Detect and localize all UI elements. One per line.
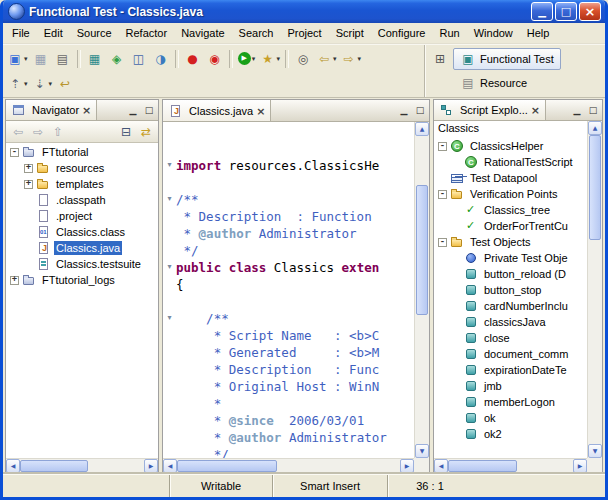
last-edit-location-button[interactable]: ↩ — [54, 73, 76, 95]
code-editor[interactable]: ▾import resources.ClassicsHe▾/** * Descr… — [163, 122, 414, 458]
code-line[interactable]: ▾import resources.ClassicsHe — [163, 157, 414, 174]
scroll-left-arrow-icon[interactable] — [434, 459, 448, 473]
scroll-up-arrow-icon[interactable] — [415, 122, 429, 136]
scrollbar-track[interactable] — [588, 135, 602, 444]
title-bar[interactable]: Functional Test - Classics.java — [3, 0, 605, 23]
close-window-icon[interactable] — [579, 2, 601, 21]
menu-search[interactable]: Search — [232, 25, 281, 41]
back-button[interactable]: ⇦ — [8, 122, 28, 141]
minimize-view-icon[interactable] — [126, 104, 140, 116]
print-button[interactable]: ▤ — [52, 48, 74, 70]
search-button[interactable]: ◎ — [292, 48, 314, 70]
previous-annotation-button[interactable]: ⇡▾ — [5, 73, 30, 95]
up-button[interactable]: ⇧ — [48, 122, 68, 141]
navigator-item-fttutorial[interactable]: -FTtutorial — [6, 144, 158, 160]
script-explorer-item-orderfortrentcu[interactable]: OrderForTrentCu — [434, 218, 587, 234]
expander-minus-icon[interactable]: - — [10, 148, 19, 157]
resource-perspective-button[interactable]: ▤Resource — [453, 72, 534, 94]
maximize-window-icon[interactable] — [555, 2, 577, 21]
script-explorer-item-classics-tree[interactable]: Classics_tree — [434, 202, 587, 218]
script-explorer-item-test-datapool[interactable]: Test Datapool — [434, 170, 587, 186]
expander-minus-icon[interactable]: - — [438, 190, 447, 199]
navigator-tab[interactable]: Navigator — [6, 100, 97, 120]
scrollbar-thumb[interactable] — [448, 460, 517, 472]
editor-tab-classics-java[interactable]: Classics.java — [163, 100, 271, 121]
script-explorer-item-rationaltestscript[interactable]: RationalTestScript — [434, 154, 587, 170]
collapse-all-button[interactable]: ⊟ — [116, 122, 136, 141]
new-datapool-button[interactable]: ▦ — [84, 48, 106, 70]
navigator-item-templates[interactable]: +templates — [6, 176, 158, 192]
configure-environments-button[interactable]: ◑ — [150, 48, 172, 70]
menu-window[interactable]: Window — [467, 25, 520, 41]
run-script-button[interactable]: ▶▾ — [236, 48, 258, 70]
code-line[interactable]: * Original Host : WinN — [163, 378, 414, 395]
navigator-item-classics-java[interactable]: Classics.java — [6, 240, 158, 256]
save-button[interactable]: ▦ — [30, 48, 52, 70]
functional-test-perspective-button[interactable]: ▣Functional Test — [453, 48, 561, 70]
scroll-left-arrow-icon[interactable] — [163, 459, 177, 473]
minimize-view-icon[interactable] — [570, 104, 584, 116]
new-wizard-button[interactable]: ▣▾ — [5, 48, 30, 70]
test-object-map-button[interactable]: ◫ — [128, 48, 150, 70]
expander-minus-icon[interactable]: - — [438, 238, 447, 247]
script-explorer-item-verification-points[interactable]: -Verification Points — [434, 186, 587, 202]
record-button[interactable]: ● — [182, 48, 204, 70]
code-line[interactable]: */ — [163, 242, 414, 259]
code-line[interactable]: * Generated : <b>M — [163, 344, 414, 361]
scrollbar-thumb[interactable] — [589, 135, 601, 240]
script-explorer-item-memberlogon[interactable]: memberLogon — [434, 394, 587, 410]
script-explorer-item-button-reload-d[interactable]: button_reload (D — [434, 266, 587, 282]
close-icon[interactable] — [531, 104, 540, 116]
menu-refactor[interactable]: Refactor — [119, 25, 175, 41]
code-line[interactable]: ▾ /** — [163, 310, 414, 327]
menu-edit[interactable]: Edit — [37, 25, 70, 41]
navigator-item-project[interactable]: .project — [6, 208, 158, 224]
code-line[interactable]: * @author Administrator — [163, 225, 414, 242]
menu-source[interactable]: Source — [70, 25, 119, 41]
fold-marker-icon[interactable]: ▾ — [163, 259, 176, 276]
next-annotation-button[interactable]: ⇣▾ — [30, 73, 55, 95]
scrollbar-track[interactable] — [448, 459, 573, 473]
script-explorer-item-test-objects[interactable]: -Test Objects — [434, 234, 587, 250]
script-explorer-item-classicsjava[interactable]: classicsJava — [434, 314, 587, 330]
menu-script[interactable]: Script — [329, 25, 371, 41]
close-icon[interactable] — [256, 105, 265, 117]
fold-marker-icon[interactable]: ▾ — [163, 157, 176, 174]
expander-plus-icon[interactable]: + — [10, 276, 19, 285]
code-line[interactable]: * @author Administrator — [163, 429, 414, 446]
fold-marker-icon[interactable]: ▾ — [163, 310, 176, 327]
script-explorer-item-close[interactable]: close — [434, 330, 587, 346]
menu-project[interactable]: Project — [280, 25, 328, 41]
link-with-editor-button[interactable]: ⇄ — [136, 122, 156, 141]
code-line[interactable]: * Description : Func — [163, 361, 414, 378]
code-line[interactable] — [163, 174, 414, 191]
minimize-window-icon[interactable] — [531, 2, 553, 21]
maximize-view-icon[interactable] — [142, 104, 156, 116]
code-line[interactable]: ▾public class Classics exten — [163, 259, 414, 276]
expander-minus-icon[interactable]: - — [438, 142, 447, 151]
script-explorer-item-document-comm[interactable]: document_comm — [434, 346, 587, 362]
maximize-view-icon[interactable] — [586, 104, 600, 116]
debug-script-button[interactable]: ★▾ — [258, 48, 283, 70]
script-explorer-item-classicshelper[interactable]: -ClassicsHelper — [434, 138, 587, 154]
menu-file[interactable]: File — [5, 25, 37, 41]
navigator-item-fttutorial-logs[interactable]: +FTtutorial_logs — [6, 272, 158, 288]
scrollbar-thumb[interactable] — [177, 460, 277, 472]
navigator-item-classpath[interactable]: .classpath — [6, 192, 158, 208]
code-line[interactable]: ▾/** — [163, 191, 414, 208]
scrollbar-thumb[interactable] — [20, 460, 88, 472]
script-explorer-horizontal-scrollbar[interactable] — [434, 458, 587, 473]
navigator-item-classics-testsuite[interactable]: Classics.testsuite — [6, 256, 158, 272]
navigator-horizontal-scrollbar[interactable] — [6, 458, 158, 473]
scroll-right-arrow-icon[interactable] — [144, 459, 158, 473]
code-line[interactable] — [163, 123, 414, 140]
open-perspective-button[interactable]: ⊞ — [429, 48, 451, 70]
code-line[interactable]: * Description : Function — [163, 208, 414, 225]
code-line[interactable]: */ — [163, 446, 414, 458]
script-explorer-tab[interactable]: Script Explo... — [434, 100, 546, 120]
script-explorer-item-ok2[interactable]: ok2 — [434, 426, 587, 442]
forward-button[interactable]: ⇨ — [28, 122, 48, 141]
insert-recording-button[interactable]: ◉ — [204, 48, 226, 70]
menu-help[interactable]: Help — [520, 25, 557, 41]
script-explorer-item-ok[interactable]: ok — [434, 410, 587, 426]
